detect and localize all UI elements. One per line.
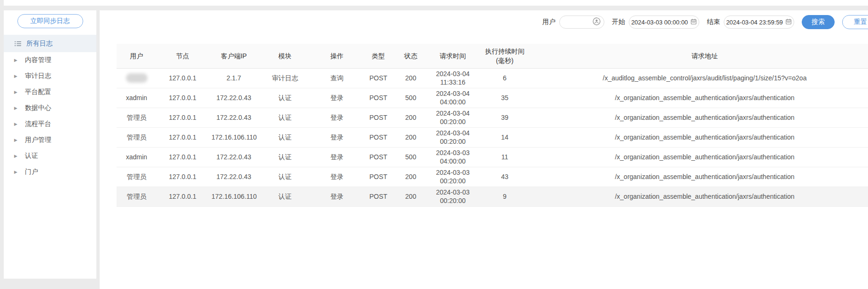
triangle-right-icon: ▶ bbox=[14, 58, 19, 62]
triangle-right-icon: ▶ bbox=[14, 138, 19, 142]
triangle-right-icon: ▶ bbox=[14, 74, 19, 78]
table-row[interactable]: 管理员127.0.0.1172.16.106.110认证登录POST200202… bbox=[117, 187, 868, 206]
cell-request-time: 2024-03-03 00:20:00 bbox=[428, 167, 478, 187]
end-filter-label: 结束 bbox=[707, 18, 720, 26]
table-row[interactable]: 管理员127.0.0.1172.16.106.110认证登录POST200202… bbox=[117, 127, 868, 147]
sidebar-item-label: 内容管理 bbox=[25, 56, 51, 64]
sidebar-item-label: 流程平台 bbox=[25, 120, 51, 128]
cell-module: 认证 bbox=[259, 108, 311, 127]
sidebar-item-portal[interactable]: ▶门户 bbox=[4, 164, 96, 180]
log-table: 用户节点客户端IP模块操作类型状态请求时间执行持续时间(毫秒)请求地址 127.… bbox=[117, 44, 868, 207]
cell-user: 管理员 bbox=[117, 127, 156, 147]
table-row[interactable]: 管理员127.0.0.1172.22.0.43认证登录POST2002024-0… bbox=[117, 167, 868, 187]
column-header-status: 状态 bbox=[394, 44, 428, 68]
sidebar-item-data-center[interactable]: ▶数据中心 bbox=[4, 100, 96, 116]
column-header-request-url: 请求地址 bbox=[532, 44, 868, 68]
sidebar-item-process-platform[interactable]: ▶流程平台 bbox=[4, 116, 96, 132]
cell-type: POST bbox=[363, 68, 394, 88]
triangle-right-icon: ▶ bbox=[14, 122, 19, 126]
cell-status: 200 bbox=[394, 108, 428, 127]
cell-type: POST bbox=[363, 187, 394, 206]
cell-duration-ms: 9 bbox=[478, 187, 532, 206]
cell-client-ip: 172.22.0.43 bbox=[209, 147, 259, 167]
cell-user: 管理员 bbox=[117, 187, 156, 206]
cell-action: 登录 bbox=[311, 187, 363, 206]
column-header-user: 用户 bbox=[117, 44, 156, 68]
end-date-value: 2024-03-04 23:59:59 bbox=[726, 19, 783, 26]
sidebar-item-user-management[interactable]: ▶用户管理 bbox=[4, 132, 96, 148]
cell-node: 127.0.0.1 bbox=[156, 68, 209, 88]
column-header-node: 节点 bbox=[156, 44, 209, 68]
column-header-request-time: 请求时间 bbox=[428, 44, 478, 68]
cell-request-url: /x_organization_assemble_authentication/… bbox=[532, 187, 868, 206]
cell-type: POST bbox=[363, 108, 394, 127]
cell-status: 500 bbox=[394, 88, 428, 108]
cell-module: 认证 bbox=[259, 147, 311, 167]
reset-button[interactable]: 重置 bbox=[842, 15, 868, 29]
cell-module: 认证 bbox=[259, 127, 311, 147]
table-row[interactable]: xadmin127.0.0.1172.22.0.43认证登录POST500202… bbox=[117, 147, 868, 167]
cell-type: POST bbox=[363, 147, 394, 167]
search-button[interactable]: 搜索 bbox=[802, 15, 835, 29]
sidebar-item-content-management[interactable]: ▶内容管理 bbox=[4, 52, 96, 68]
sidebar-item-label: 用户管理 bbox=[25, 136, 51, 144]
sidebar-item-platform-config[interactable]: ▶平台配置 bbox=[4, 84, 96, 100]
redacted-user-blob bbox=[126, 73, 148, 83]
cell-type: POST bbox=[363, 127, 394, 147]
log-table-container: 用户节点客户端IP模块操作类型状态请求时间执行持续时间(毫秒)请求地址 127.… bbox=[117, 44, 868, 207]
cell-node: 127.0.0.1 bbox=[156, 187, 209, 206]
cell-client-ip: 172.16.106.110 bbox=[209, 127, 259, 147]
triangle-right-icon: ▶ bbox=[14, 154, 19, 158]
cell-duration-ms: 11 bbox=[478, 147, 532, 167]
cell-request-time: 2024-03-04 00:20:00 bbox=[428, 108, 478, 127]
cell-request-time: 2024-03-04 11:33:16 bbox=[428, 68, 478, 88]
cell-module: 审计日志 bbox=[259, 68, 311, 88]
sync-logs-button[interactable]: 立即同步日志 bbox=[17, 14, 83, 28]
cell-type: POST bbox=[363, 88, 394, 108]
cell-user: 管理员 bbox=[117, 108, 156, 127]
cell-status: 200 bbox=[394, 68, 428, 88]
cell-duration-ms: 6 bbox=[478, 68, 532, 88]
cell-request-time: 2024-03-04 04:00:00 bbox=[428, 88, 478, 108]
cell-request-url: /x_auditlog_assemble_control/jaxrs/audit… bbox=[532, 68, 868, 88]
end-date-input[interactable]: 2024-03-04 23:59:59 bbox=[724, 16, 794, 29]
cell-request-time: 2024-03-03 00:20:00 bbox=[428, 187, 478, 206]
cell-user: xadmin bbox=[117, 88, 156, 108]
cell-node: 127.0.0.1 bbox=[156, 127, 209, 147]
cell-request-url: /x_organization_assemble_authentication/… bbox=[532, 88, 868, 108]
cell-client-ip: 172.22.0.43 bbox=[209, 88, 259, 108]
filter-bar: 用户 开始 2024-03-03 00:00:00 结束 2024-03-04 … bbox=[535, 15, 868, 29]
cell-client-ip: 172.22.0.43 bbox=[209, 108, 259, 127]
cell-user bbox=[117, 68, 156, 88]
user-filter-input[interactable] bbox=[559, 16, 604, 29]
column-header-client-ip: 客户端IP bbox=[209, 44, 259, 68]
cell-type: POST bbox=[363, 167, 394, 187]
cell-action: 登录 bbox=[311, 127, 363, 147]
table-row[interactable]: xadmin127.0.0.1172.22.0.43认证登录POST500202… bbox=[117, 88, 868, 108]
main-panel: 用户 开始 2024-03-03 00:00:00 结束 2024-03-04 … bbox=[100, 10, 868, 289]
table-header-row: 用户节点客户端IP模块操作类型状态请求时间执行持续时间(毫秒)请求地址 bbox=[117, 44, 868, 68]
sidebar-item-label: 门户 bbox=[25, 168, 38, 176]
cell-status: 200 bbox=[394, 187, 428, 206]
cell-request-time: 2024-03-04 00:20:00 bbox=[428, 127, 478, 147]
user-filter-label: 用户 bbox=[542, 18, 555, 26]
cell-node: 127.0.0.1 bbox=[156, 147, 209, 167]
cell-action: 登录 bbox=[311, 88, 363, 108]
cell-client-ip: 2.1.7 bbox=[209, 68, 259, 88]
sidebar-item-authentication[interactable]: ▶认证 bbox=[4, 148, 96, 164]
cell-node: 127.0.0.1 bbox=[156, 88, 209, 108]
cell-duration-ms: 35 bbox=[478, 88, 532, 108]
sidebar-item-audit-logs[interactable]: ▶审计日志 bbox=[4, 68, 96, 84]
sidebar-item-label: 平台配置 bbox=[25, 88, 51, 96]
cell-duration-ms: 14 bbox=[478, 127, 532, 147]
sidebar-item-all-logs[interactable]: 所有日志 bbox=[4, 35, 96, 52]
cell-duration-ms: 39 bbox=[478, 108, 532, 127]
table-row[interactable]: 管理员127.0.0.1172.22.0.43认证登录POST2002024-0… bbox=[117, 108, 868, 127]
table-row[interactable]: 127.0.0.12.1.7审计日志查询POST2002024-03-04 11… bbox=[117, 68, 868, 88]
sidebar: 立即同步日志 所有日志▶内容管理▶审计日志▶平台配置▶数据中心▶流程平台▶用户管… bbox=[4, 10, 96, 279]
cell-status: 200 bbox=[394, 127, 428, 147]
column-header-duration-ms: 执行持续时间(毫秒) bbox=[478, 44, 532, 68]
cell-node: 127.0.0.1 bbox=[156, 167, 209, 187]
calendar-icon bbox=[690, 18, 697, 26]
start-date-input[interactable]: 2024-03-03 00:00:00 bbox=[629, 16, 699, 29]
